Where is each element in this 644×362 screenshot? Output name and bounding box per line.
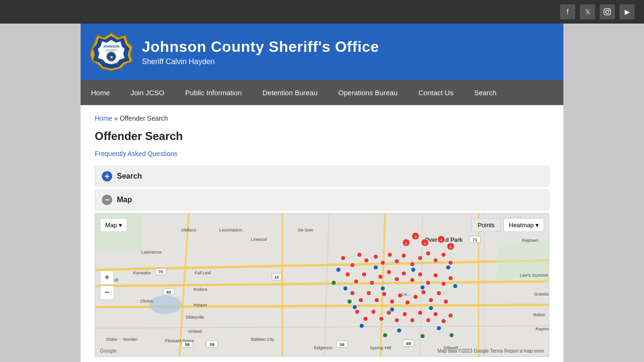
svg-point-96 — [448, 260, 453, 265]
content: Home » Offender Search Offender Search F… — [81, 105, 563, 362]
svg-point-127 — [379, 316, 384, 321]
svg-point-92 — [418, 256, 422, 261]
svg-point-147 — [429, 306, 433, 311]
svg-text:69: 69 — [406, 341, 411, 346]
svg-point-93 — [426, 251, 430, 256]
nav-item-search[interactable]: Search — [464, 80, 507, 105]
svg-text:Linwood: Linwood — [251, 237, 267, 242]
nav-item-operations-bureau[interactable]: Operations Bureau — [328, 80, 408, 105]
points-button[interactable]: Points — [471, 218, 501, 232]
svg-point-148 — [437, 326, 441, 330]
svg-point-145 — [411, 267, 415, 272]
svg-point-149 — [446, 265, 451, 270]
faq-link[interactable]: Frequently Asked Questions — [95, 150, 177, 157]
svg-point-91 — [410, 262, 414, 266]
social-icons: f 𝕏 ▶ — [560, 4, 635, 19]
svg-point-138 — [343, 286, 348, 291]
svg-text:40: 40 — [166, 290, 171, 295]
google-label: Google — [100, 348, 116, 354]
svg-point-45 — [149, 296, 182, 314]
svg-point-120 — [421, 290, 426, 295]
svg-text:COUNTY: COUNTY — [105, 49, 117, 52]
svg-text:3: 3 — [450, 245, 452, 249]
svg-point-123 — [444, 299, 448, 304]
search-toggle[interactable]: + Search — [95, 166, 549, 187]
nav-item-public-information[interactable]: Public Information — [175, 80, 252, 105]
map-toggle[interactable]: − Map — [95, 189, 549, 210]
svg-text:Raytown: Raytown — [522, 238, 538, 243]
svg-point-85 — [364, 258, 369, 263]
svg-point-94 — [433, 258, 438, 263]
svg-point-119 — [413, 295, 418, 299]
facebook-icon[interactable]: f — [560, 4, 575, 19]
main-wrapper: JOHNSON COUNTY ★ Johnson County Sheriff'… — [81, 24, 563, 362]
svg-point-105 — [410, 278, 414, 282]
youtube-icon[interactable]: ▶ — [619, 4, 635, 19]
svg-point-124 — [355, 310, 359, 314]
svg-point-122 — [437, 291, 441, 296]
badge-logo: JOHNSON COUNTY ★ — [90, 31, 132, 73]
twitter-icon[interactable]: 𝕏 — [580, 4, 595, 19]
svg-text:Kanwaka: Kanwaka — [133, 271, 151, 275]
breadcrumb-home[interactable]: Home — [95, 115, 112, 122]
svg-text:Globe: Globe — [106, 337, 117, 342]
svg-text:Lee's Summit: Lee's Summit — [520, 272, 548, 278]
svg-point-110 — [448, 276, 453, 280]
nav-item-contact-us[interactable]: Contact Us — [408, 80, 463, 105]
svg-point-150 — [453, 284, 458, 288]
breadcrumb: Home » Offender Search — [95, 115, 549, 122]
zoom-out-button[interactable]: − — [100, 286, 114, 300]
svg-point-146 — [420, 285, 425, 290]
svg-point-151 — [331, 280, 336, 285]
svg-text:10: 10 — [274, 275, 279, 280]
svg-point-103 — [395, 277, 399, 281]
svg-point-1 — [606, 10, 609, 14]
svg-point-102 — [387, 270, 391, 274]
svg-text:Pleasant Grove: Pleasant Grove — [165, 338, 194, 343]
search-toggle-icon: + — [102, 171, 112, 181]
svg-point-143 — [390, 307, 395, 312]
svg-text:Lawrence: Lawrence — [141, 249, 162, 255]
nav-item-home[interactable]: Home — [81, 80, 120, 105]
svg-point-109 — [441, 281, 446, 286]
svg-point-132 — [418, 311, 422, 315]
map-toggle-icon: − — [102, 195, 112, 205]
svg-point-121 — [429, 298, 433, 303]
svg-point-139 — [352, 305, 357, 310]
svg-point-152 — [347, 299, 352, 304]
svg-text:Belton: Belton — [534, 313, 545, 317]
svg-point-112 — [358, 298, 363, 303]
svg-text:70: 70 — [158, 270, 163, 274]
svg-point-90 — [402, 254, 406, 258]
svg-point-101 — [378, 274, 383, 279]
zoom-in-button[interactable]: + — [100, 271, 114, 285]
svg-text:Clinton: Clinton — [140, 299, 153, 304]
svg-point-98 — [354, 279, 358, 284]
svg-point-89 — [395, 259, 399, 263]
breadcrumb-separator: » — [114, 115, 118, 122]
instagram-icon[interactable] — [600, 4, 615, 19]
svg-point-118 — [405, 300, 410, 305]
svg-text:JOHNSON: JOHNSON — [103, 45, 120, 48]
nav-item-join-jcso[interactable]: Join JCSO — [120, 80, 175, 105]
header: JOHNSON COUNTY ★ Johnson County Sheriff'… — [81, 24, 563, 80]
map-container: Map ▾ Points Heatmap ▾ + − — [95, 213, 549, 357]
map-type-button[interactable]: Map ▾ — [100, 218, 127, 232]
map-controls: Map ▾ — [100, 218, 127, 232]
svg-point-113 — [366, 291, 371, 296]
svg-point-141 — [373, 265, 378, 270]
svg-point-142 — [380, 286, 385, 291]
heatmap-button[interactable]: Heatmap ▾ — [504, 218, 544, 232]
svg-text:Hesper: Hesper — [194, 303, 207, 307]
svg-text:3: 3 — [414, 235, 417, 239]
svg-point-86 — [373, 255, 378, 259]
svg-point-95 — [441, 253, 446, 257]
svg-point-111 — [350, 291, 355, 296]
breadcrumb-current: Offender Search — [120, 115, 168, 122]
svg-point-116 — [390, 299, 395, 304]
svg-text:Grandview: Grandview — [534, 292, 549, 296]
map-toggle-label: Map — [117, 196, 132, 204]
google-watermark: Google — [100, 348, 116, 354]
nav-item-detention-bureau[interactable]: Detention Bureau — [252, 80, 328, 105]
svg-text:Eudora: Eudora — [194, 287, 207, 292]
